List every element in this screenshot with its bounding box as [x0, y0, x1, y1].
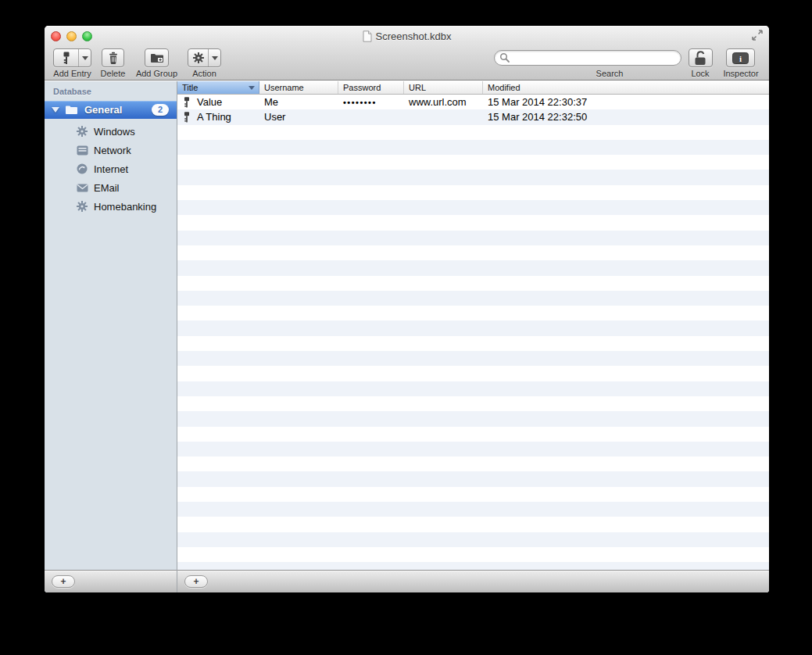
column-header-url[interactable]: URL [404, 81, 483, 94]
sidebar-item-label: Windows [94, 126, 135, 138]
cell-title: Value [177, 95, 259, 109]
sidebar-item-network[interactable]: Network [45, 141, 176, 159]
group-label: General [84, 104, 122, 116]
sidebar-item-windows[interactable]: Windows [45, 122, 176, 141]
globe-icon [76, 163, 88, 175]
inspector-label: Inspector [717, 69, 765, 78]
column-header-label: URL [409, 83, 426, 92]
entry-title: A Thing [197, 111, 231, 123]
cell-modified: 15 Mar 2014 22:30:37 [483, 95, 769, 109]
add-entry-plus-button[interactable]: + [184, 575, 208, 588]
sidebar-item-label: EMail [94, 182, 120, 194]
table-row[interactable]: A ThingUser15 Mar 2014 22:32:50 [177, 109, 769, 124]
cell-username: Me [259, 95, 338, 109]
column-header-title[interactable]: Title [177, 81, 259, 94]
cell-url: www.url.com [404, 95, 483, 109]
column-header-modified[interactable]: Modified [483, 81, 769, 94]
sidebar-item-label: Network [94, 145, 131, 156]
folder-icon [65, 105, 78, 115]
sidebar-item-label: Homebanking [94, 201, 156, 213]
column-header-label: Username [264, 83, 304, 92]
delete-button[interactable] [102, 48, 124, 67]
add-group-plus-button[interactable]: + [52, 575, 75, 588]
fullscreen-icon[interactable] [750, 28, 764, 42]
add-entry-label: Add Entry [52, 69, 93, 78]
action-label: Action [184, 69, 225, 78]
cell-title: A Thing [177, 109, 259, 124]
column-header-label: Modified [488, 83, 520, 92]
search-label: Search [563, 69, 656, 78]
gear-icon [76, 200, 88, 213]
key-icon [182, 111, 191, 123]
magnifier-icon [499, 52, 510, 63]
column-header-username[interactable]: Username [259, 81, 338, 94]
document-icon [363, 30, 372, 42]
gear-icon [76, 125, 88, 138]
sidebar-item-internet[interactable]: Internet [45, 159, 176, 178]
sidebar: Database General 2 WindowsNetworkInterne… [45, 81, 177, 592]
cell-username: User [259, 109, 338, 124]
sidebar-group-general[interactable]: General 2 [45, 101, 177, 119]
search-input[interactable] [510, 52, 681, 64]
delete-label: Delete [92, 69, 134, 78]
envelope-icon [76, 181, 88, 194]
column-header-label: Title [182, 83, 198, 92]
entries-table-body[interactable]: ValueMe••••••••www.url.com15 Mar 2014 22… [177, 95, 769, 570]
cell-password [338, 109, 404, 124]
entries-panel: TitleUsernamePasswordURLModified ValueMe… [177, 81, 769, 592]
sidebar-group-children: WindowsNetworkInternetEMailHomebanking [45, 122, 176, 216]
entry-title: Value [197, 96, 222, 108]
window-title-area: Screenshot.kdbx [45, 29, 769, 43]
server-icon [76, 144, 88, 156]
action-button[interactable] [188, 48, 221, 67]
trash-icon [107, 52, 120, 65]
cell-modified: 15 Mar 2014 22:32:50 [483, 109, 769, 124]
key-icon [182, 96, 191, 109]
sidebar-item-label: Internet [94, 163, 128, 175]
folder-plus-icon [150, 52, 164, 63]
add-group-button[interactable] [145, 48, 169, 67]
add-entry-dropdown-arrow-icon[interactable] [78, 49, 91, 66]
search-field[interactable] [494, 50, 681, 66]
column-header-password[interactable]: Password [338, 81, 404, 94]
sidebar-item-email[interactable]: EMail [45, 178, 176, 197]
app-window: Screenshot.kdbx Add Entry Delete [45, 26, 769, 592]
svg-text:i: i [739, 53, 742, 63]
add-group-label: Add Group [133, 69, 181, 78]
lock-button[interactable] [689, 48, 713, 67]
disclosure-triangle-icon[interactable] [52, 107, 59, 113]
sidebar-item-homebanking[interactable]: Homebanking [45, 197, 176, 216]
sort-descending-icon [249, 86, 255, 90]
inspector-button[interactable]: i [726, 48, 755, 67]
content-bottom-bar: + [177, 570, 769, 592]
table-row[interactable]: ValueMe••••••••www.url.com15 Mar 2014 22… [177, 95, 769, 109]
column-header-label: Password [343, 83, 381, 92]
table-header: TitleUsernamePasswordURLModified [177, 81, 769, 95]
key-icon[interactable] [54, 49, 78, 66]
title-bar[interactable]: Screenshot.kdbx Add Entry Delete [45, 26, 769, 81]
padlock-open-icon [693, 50, 708, 66]
cell-password: •••••••• [338, 95, 404, 109]
sidebar-bottom-bar: + [45, 570, 177, 592]
add-entry-button[interactable] [53, 48, 91, 67]
action-dropdown-arrow-icon[interactable] [208, 49, 220, 66]
info-panel-icon: i [732, 52, 749, 64]
window-title: Screenshot.kdbx [376, 30, 452, 42]
sidebar-section-header: Database [53, 87, 91, 96]
gear-icon[interactable] [188, 49, 208, 66]
entry-count-badge: 2 [152, 104, 169, 116]
cell-url [404, 109, 483, 124]
